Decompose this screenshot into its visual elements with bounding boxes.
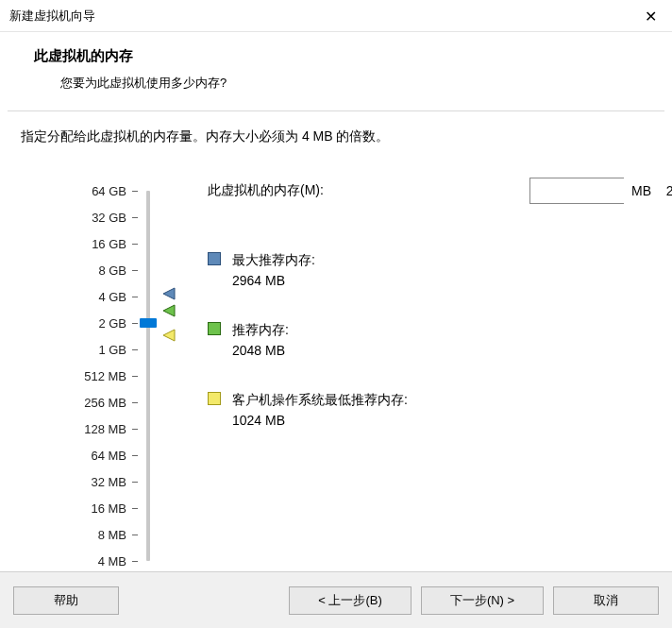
tick-label: 16 GB bbox=[70, 237, 126, 251]
memory-unit: MB bbox=[631, 183, 651, 198]
max-recommended-block: 最大推荐内存 2964 MB bbox=[208, 249, 651, 291]
recommended-value: 2048 MB bbox=[232, 340, 289, 361]
min-recommended-value: 1024 MB bbox=[232, 410, 408, 431]
help-button[interactable]: 帮助 bbox=[13, 586, 119, 615]
page-subtitle: 您要为此虚拟机使用多少内存? bbox=[34, 75, 638, 92]
next-button[interactable]: 下一步(N) > bbox=[421, 586, 544, 615]
wizard-header: 此虚拟机的内存 您要为此虚拟机使用多少内存? bbox=[0, 32, 672, 110]
recommended-block: 推荐内存 2048 MB bbox=[208, 319, 651, 361]
tick-label: 64 GB bbox=[70, 184, 126, 198]
tick-mark bbox=[132, 535, 138, 535]
tick-label: 512 MB bbox=[70, 369, 126, 383]
min-recommended-block: 客户机操作系统最低推荐内存 1024 MB bbox=[208, 389, 651, 431]
tick-mark bbox=[132, 508, 138, 509]
tick-label: 128 MB bbox=[70, 422, 126, 436]
memory-spinner[interactable]: ▲ ▼ bbox=[529, 178, 624, 204]
tick-label: 2 GB bbox=[70, 316, 126, 331]
tick-mark bbox=[132, 402, 138, 403]
tick-mark bbox=[132, 191, 138, 192]
instruction-text: 指定分配给此虚拟机的内存量。内存大小必须为 4 MB 的倍数。 bbox=[21, 128, 651, 145]
tick-label: 32 GB bbox=[70, 211, 126, 225]
svg-marker-0 bbox=[163, 288, 175, 299]
tick-mark bbox=[132, 376, 138, 377]
tick-mark bbox=[132, 482, 138, 483]
tick-label: 8 MB bbox=[70, 528, 126, 542]
close-icon: ✕ bbox=[645, 8, 657, 25]
tick-mark bbox=[132, 429, 138, 430]
tick-mark bbox=[132, 244, 138, 245]
min-marker-icon bbox=[162, 329, 176, 342]
tick-label: 1 GB bbox=[70, 343, 126, 357]
tick-mark bbox=[132, 455, 138, 456]
max-recommended-value: 2964 MB bbox=[232, 270, 315, 291]
tick-label: 64 MB bbox=[70, 449, 126, 463]
close-button[interactable]: ✕ bbox=[629, 0, 672, 32]
slider-track bbox=[146, 191, 150, 561]
recommended-label: 推荐内存 bbox=[232, 319, 289, 340]
square-yellow-icon bbox=[208, 392, 221, 405]
tick-mark bbox=[132, 561, 138, 562]
min-recommended-label: 客户机操作系统最低推荐内存 bbox=[232, 389, 408, 410]
memory-slider[interactable]: 64 GB 32 GB 16 GB 8 GB 4 GB 2 GB 1 GB 51… bbox=[21, 178, 162, 574]
max-recommended-label: 最大推荐内存 bbox=[232, 249, 315, 270]
cancel-button[interactable]: 取消 bbox=[553, 586, 659, 615]
titlebar: 新建虚拟机向导 ✕ bbox=[0, 0, 672, 32]
tick-label: 4 MB bbox=[70, 554, 126, 569]
memory-field-label: 此虚拟机的内存(M): bbox=[208, 182, 324, 199]
tick-mark bbox=[132, 297, 138, 297]
tick-mark bbox=[132, 349, 138, 350]
max-marker-icon bbox=[162, 287, 176, 300]
svg-marker-1 bbox=[163, 305, 175, 316]
svg-marker-2 bbox=[163, 330, 175, 341]
wizard-footer: 帮助 < 上一步(B) 下一步(N) > 取消 bbox=[0, 571, 672, 628]
tick-mark bbox=[132, 217, 138, 218]
back-button[interactable]: < 上一步(B) bbox=[289, 586, 412, 615]
tick-label: 4 GB bbox=[70, 290, 126, 304]
recommended-marker-icon bbox=[162, 304, 176, 317]
tick-mark bbox=[132, 323, 138, 324]
tick-label: 256 MB bbox=[70, 396, 126, 410]
page-title: 此虚拟机的内存 bbox=[34, 47, 638, 65]
square-blue-icon bbox=[208, 252, 221, 265]
tick-label: 32 MB bbox=[70, 475, 126, 489]
tick-label: 8 GB bbox=[70, 263, 126, 278]
slider-thumb[interactable] bbox=[140, 318, 157, 328]
tick-label: 16 MB bbox=[70, 501, 126, 516]
content-area: 指定分配给此虚拟机的内存量。内存大小必须为 4 MB 的倍数。 64 GB 32… bbox=[0, 111, 672, 591]
window-title: 新建虚拟机向导 bbox=[9, 8, 95, 25]
tick-mark bbox=[132, 270, 138, 271]
square-green-icon bbox=[208, 322, 221, 335]
